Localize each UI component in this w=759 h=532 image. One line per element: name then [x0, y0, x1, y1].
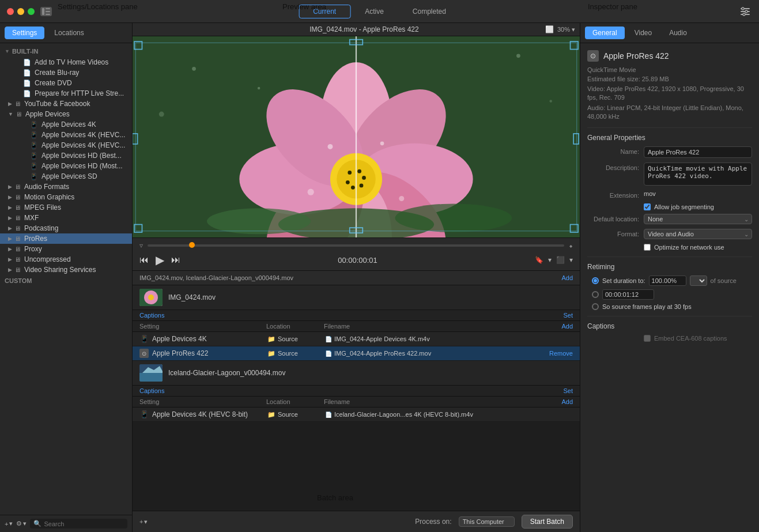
- display-icon: 🖥: [14, 235, 21, 242]
- sidebar-item-proxy[interactable]: ▶ 🖥 Proxy: [0, 244, 132, 254]
- sidebar-tab-settings[interactable]: Settings: [5, 27, 44, 39]
- captions-label-2: Captions: [139, 387, 563, 394]
- batch-setting-row-2[interactable]: ⊙ Apple ProRes 422 📁 Source 📄 IMG_0424-A…: [133, 346, 580, 361]
- preview-size-icon[interactable]: ⬜: [545, 25, 554, 33]
- sidebar-item-apple-devices[interactable]: ▼ 🖥 Apple Devices: [0, 109, 132, 119]
- inspector-name-field[interactable]: [644, 146, 752, 158]
- gear-button[interactable]: ⚙ ▾: [16, 520, 27, 527]
- retiming-radio-2[interactable]: [592, 291, 599, 298]
- batch-add-button[interactable]: + ▾: [139, 518, 148, 526]
- inspector-captions-title: Captions: [587, 322, 752, 330]
- minimize-button[interactable]: [17, 8, 24, 15]
- retiming-timecode-input[interactable]: [602, 289, 654, 300]
- sidebar-item-mpeg[interactable]: ▶ 🖥 MPEG Files: [0, 202, 132, 213]
- svg-rect-0: [42, 8, 44, 15]
- play-button[interactable]: ▶: [156, 253, 164, 267]
- embed-captions-checkbox[interactable]: [644, 335, 651, 342]
- file-icon: 📄: [325, 412, 332, 418]
- timecode-display[interactable]: 00:00:00:01: [187, 256, 528, 265]
- inspector-tab-general[interactable]: General: [585, 27, 625, 39]
- titlebar: Current Active Completed: [0, 0, 759, 23]
- output-icon[interactable]: ⬛: [556, 256, 565, 264]
- display-icon: 🖥: [14, 194, 21, 201]
- sidebar-item-dvd[interactable]: 📄 Create DVD: [0, 78, 132, 88]
- process-select[interactable]: This Computer: [459, 516, 515, 527]
- tab-active[interactable]: Active: [350, 5, 398, 18]
- add-dropdown-arrow[interactable]: ▾: [9, 520, 13, 527]
- expanded-arrow-icon: ▼: [8, 111, 13, 117]
- sidebar-item-podcasting[interactable]: ▶ 🖥 Podcasting: [0, 223, 132, 233]
- sidebar-item-video-sharing[interactable]: ▶ 🖥 Video Sharing Services: [0, 265, 132, 275]
- sidebar-item-youtube-facebook[interactable]: ▶ 🖥 YouTube & Facebook: [0, 99, 132, 109]
- sidebar-item-apple-hd-best[interactable]: 📱 Apple Devices HD (Best...: [0, 150, 132, 161]
- start-batch-button[interactable]: Start Batch: [522, 515, 573, 529]
- svg-rect-1: [46, 8, 50, 9]
- close-button[interactable]: [7, 8, 14, 15]
- display-icon: 🖥: [14, 100, 21, 107]
- search-box[interactable]: 🔍: [30, 519, 127, 529]
- inspector-description-field[interactable]: QuickTime movie with Apple ProRes 422 vi…: [644, 163, 752, 186]
- captions-set-button-2[interactable]: Set: [563, 387, 573, 394]
- sidebar-item-apple-4k-hevc2[interactable]: 📱 Apple Devices 4K (HEVC...: [0, 140, 132, 150]
- phone-icon: 📱: [30, 142, 38, 149]
- scrubber-track[interactable]: [148, 244, 564, 247]
- retiming-percent-input[interactable]: [649, 276, 686, 286]
- retiming-section: Set duration to: of source So source fra…: [587, 276, 752, 310]
- setting-filename-2: 📄 IMG_0424-Apple ProRes 422.mov: [325, 350, 545, 357]
- sidebar-toggle-button[interactable]: [40, 7, 52, 16]
- sidebar-item-apple-4k[interactable]: 📱 Apple Devices 4K: [0, 119, 132, 130]
- setting-name-prores: Apple ProRes 422: [152, 349, 267, 357]
- table-add-button-1[interactable]: Add: [561, 323, 573, 330]
- zoom-control[interactable]: 30% ▾: [557, 26, 575, 33]
- batch-area: IMG_0424.mov, Iceland-Glacier-Lagoon_v00…: [133, 271, 580, 511]
- retiming-percent-select[interactable]: [690, 276, 707, 286]
- svg-point-35: [399, 196, 404, 201]
- sidebar-item-add-tv[interactable]: 📄 Add to TV Home Videos: [0, 57, 132, 67]
- inspector-extension-value: mov: [644, 190, 656, 197]
- inspector-tab-audio[interactable]: Audio: [662, 27, 694, 39]
- sidebar-item-apple-4k-hevc1[interactable]: 📱 Apple Devices 4K (HEVC...: [0, 130, 132, 140]
- inspector-format-row: Format: Video and Audio: [587, 229, 752, 239]
- inspector-format-select[interactable]: Video and Audio: [644, 229, 752, 239]
- retiming-label-1: Set duration to:: [602, 277, 645, 284]
- go-to-end-button[interactable]: ⏭: [171, 255, 180, 265]
- tab-completed[interactable]: Completed: [398, 5, 460, 18]
- sidebar-tab-locations[interactable]: Locations: [47, 27, 91, 39]
- sidebar-item-prores[interactable]: ▶ 🖥 ProRes: [0, 233, 132, 244]
- settings-icon-button[interactable]: [738, 5, 752, 18]
- tab-current[interactable]: Current: [299, 5, 350, 18]
- sidebar-item-mxf[interactable]: ▶ 🖥 MXF: [0, 213, 132, 223]
- sidebar-item-uncompressed[interactable]: ▶ 🖥 Uncompressed: [0, 254, 132, 265]
- retiming-radio-3[interactable]: [592, 303, 599, 310]
- svg-point-14: [516, 54, 520, 58]
- inspector-format-label: Format:: [587, 229, 639, 237]
- batch-add-dropdown-arrow[interactable]: ▾: [144, 518, 148, 526]
- inspector-location-select[interactable]: None: [644, 214, 752, 224]
- scrubber-thumb[interactable]: [189, 242, 195, 248]
- captions-set-button-1[interactable]: Set: [563, 312, 573, 319]
- fullscreen-button[interactable]: [28, 8, 35, 15]
- sidebar-item-bluray[interactable]: 📄 Create Blu-ray: [0, 67, 132, 78]
- batch-group-add-button[interactable]: Add: [561, 274, 573, 281]
- batch-setting-row-3[interactable]: 📱 Apple Devices 4K (HEVC 8-bit) 📁 Source…: [133, 408, 580, 422]
- preview-title: IMG_0424.mov - Apple ProRes 422: [183, 25, 545, 33]
- remove-button[interactable]: Remove: [549, 350, 573, 357]
- batch-setting-row-1[interactable]: 📱 Apple Devices 4K 📁 Source 📄 IMG_0424-A…: [133, 332, 580, 346]
- table-add-button-2[interactable]: Add: [561, 398, 573, 405]
- go-to-start-button[interactable]: ⏮: [139, 255, 149, 265]
- add-setting-button[interactable]: + ▾: [5, 520, 13, 527]
- sidebar-content: ▼ BUILT-IN 📄 Add to TV Home Videos 📄 Cre…: [0, 43, 132, 515]
- sidebar-item-apple-hd-most[interactable]: 📱 Apple Devices HD (Most...: [0, 161, 132, 171]
- optimize-network-checkbox[interactable]: [644, 244, 651, 251]
- inspector-tab-video[interactable]: Video: [627, 27, 659, 39]
- optimize-network-label: Optimize for network use: [654, 244, 724, 251]
- sidebar-item-apple-sd[interactable]: 📱 Apple Devices SD: [0, 171, 132, 182]
- sidebar-item-http[interactable]: 📄 Prepare for HTTP Live Stre...: [0, 88, 132, 99]
- bookmark-icon[interactable]: 🔖: [535, 256, 543, 264]
- search-input[interactable]: [44, 520, 124, 527]
- sidebar-item-motion-graphics[interactable]: ▶ 🖥 Motion Graphics: [0, 192, 132, 202]
- sidebar-item-audio-formats[interactable]: ▶ 🖥 Audio Formats: [0, 182, 132, 192]
- allow-job-segmenting-checkbox[interactable]: [644, 203, 651, 210]
- collapsed-arrow-icon: ▶: [8, 215, 12, 221]
- retiming-radio-1[interactable]: [592, 277, 599, 284]
